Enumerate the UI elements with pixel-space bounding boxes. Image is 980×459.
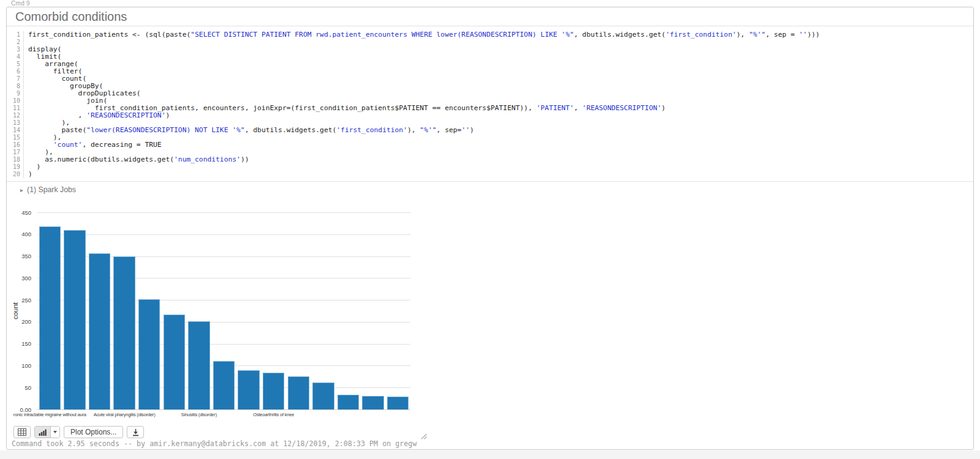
bar <box>89 253 111 409</box>
code-line: 14 paste("lower(REASONDESCRIPTION) NOT L… <box>7 127 973 134</box>
line-number: 3 <box>7 46 24 53</box>
code-line: 2 <box>7 39 973 46</box>
bar <box>238 370 260 409</box>
markdown-result: Comorbid conditions <box>7 7 973 26</box>
gridline <box>37 212 410 213</box>
code-line: 12 , 'REASONDESCRIPTION') <box>7 112 973 119</box>
code-line: 20) <box>7 171 973 178</box>
y-tick-label: 450 <box>7 209 31 216</box>
code-line: 1first_condition_patients <- (sql(paste(… <box>7 31 973 39</box>
code-line-text: ) <box>24 171 32 178</box>
x-tick-label: Sinusitis (disorder) <box>181 412 217 417</box>
chart-view-button[interactable] <box>35 427 51 438</box>
bar-chart: count 450400350300250200150100500.00roni… <box>7 201 448 421</box>
code-editor[interactable]: 1first_condition_patients <- (sql(paste(… <box>7 26 973 182</box>
code-line: 16 'count', decreasing = TRUE <box>7 141 973 149</box>
notebook-cell: Cmd 9 Comorbid conditions 1first_conditi… <box>6 7 974 450</box>
code-line: 8 groupBy( <box>7 83 973 90</box>
line-number: 16 <box>7 141 24 149</box>
line-number: 9 <box>7 90 24 97</box>
chart-view-split-button[interactable] <box>34 426 60 438</box>
y-tick-label: 100 <box>7 362 31 369</box>
line-number: 7 <box>7 75 24 83</box>
line-number: 18 <box>7 156 24 163</box>
spark-jobs-toggle[interactable]: ▸(1) Spark Jobs <box>7 182 973 195</box>
line-number: 19 <box>7 163 24 171</box>
bar <box>113 256 135 409</box>
bar <box>39 226 61 409</box>
line-number: 10 <box>7 97 24 105</box>
line-number: 17 <box>7 149 24 156</box>
x-tick-label: Osteoarthritis of knee <box>253 412 294 417</box>
cell-title: Comorbid conditions <box>15 10 965 24</box>
line-number: 12 <box>7 112 24 119</box>
y-tick-label: 150 <box>7 340 31 347</box>
line-number: 14 <box>7 127 24 134</box>
spark-jobs-label: (1) Spark Jobs <box>27 185 76 194</box>
bar <box>213 361 235 409</box>
y-tick-label: 400 <box>7 231 31 237</box>
bar <box>138 299 160 409</box>
line-number: 13 <box>7 119 24 127</box>
code-line: 9 dropDuplicates( <box>7 90 973 97</box>
page-bottom-strip <box>0 450 980 459</box>
line-number: 1 <box>7 31 24 39</box>
line-number: 11 <box>7 105 24 112</box>
x-tick-label: Acute viral pharyngitis (disorder) <box>94 412 156 417</box>
code-line: 19 ) <box>7 163 973 171</box>
code-line: 3display( <box>7 46 973 53</box>
bar <box>312 382 334 409</box>
code-line: 4 limit( <box>7 53 973 61</box>
code-line-text <box>24 39 28 46</box>
line-number: 8 <box>7 83 24 90</box>
bar-chart-icon <box>39 429 47 436</box>
download-icon <box>132 428 140 436</box>
code-line: 6 filter( <box>7 68 973 75</box>
display-toolbar: Plot Options... <box>13 426 144 438</box>
gridline <box>37 234 410 235</box>
x-tick-label: ronic intractable migraine without aura <box>13 412 86 417</box>
download-button[interactable] <box>127 426 144 438</box>
y-tick-label: 200 <box>7 318 31 325</box>
code-line-text: paste("lower(REASONDESCRIPTION) NOT LIKE… <box>24 127 474 134</box>
line-number: 6 <box>7 68 24 75</box>
caret-down-icon <box>53 431 57 433</box>
bar <box>188 321 210 409</box>
bar <box>387 397 409 409</box>
table-icon <box>18 428 26 436</box>
line-number: 15 <box>7 134 24 141</box>
resize-grip-icon <box>421 433 427 439</box>
bar <box>164 315 186 409</box>
code-line: 18 as.numeric(dbutils.widgets.get('num_c… <box>7 156 973 163</box>
y-tick-label: 300 <box>7 275 31 282</box>
code-line-text: as.numeric(dbutils.widgets.get('num_cond… <box>24 156 249 163</box>
line-number: 2 <box>7 39 24 46</box>
code-line: 5 arrange( <box>7 61 973 68</box>
plot-area: count 450400350300250200150100500.00roni… <box>37 212 410 410</box>
bar <box>64 230 86 409</box>
bar <box>288 376 310 409</box>
expand-arrow-icon: ▸ <box>20 187 23 193</box>
command-status: Command took 2.95 seconds -- by amir.ker… <box>12 439 417 448</box>
line-number: 4 <box>7 53 24 61</box>
code-line: 7 count( <box>7 75 973 83</box>
code-line-text: first_condition_patients <- (sql(paste("… <box>24 31 820 39</box>
bar <box>263 373 285 409</box>
cmd-label: Cmd 9 <box>11 0 30 7</box>
line-number: 20 <box>7 171 24 178</box>
bar <box>362 396 384 409</box>
plot-options-button[interactable]: Plot Options... <box>64 426 123 438</box>
y-tick-label: 350 <box>7 253 31 259</box>
table-view-button[interactable] <box>13 426 31 438</box>
y-tick-label: 250 <box>7 297 31 304</box>
bar <box>337 395 360 409</box>
output-resize-handle[interactable] <box>421 431 427 437</box>
chart-type-dropdown-button[interactable] <box>51 427 59 438</box>
line-number: 5 <box>7 61 24 68</box>
cell-output: count 450400350300250200150100500.00roni… <box>7 195 973 449</box>
y-tick-label: 50 <box>7 384 31 391</box>
